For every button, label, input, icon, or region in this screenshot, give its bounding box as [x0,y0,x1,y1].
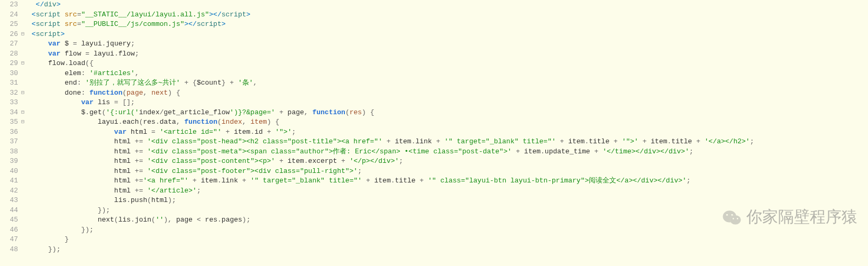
code-content[interactable]: html += '<div class="post-head"><h2 clas… [28,137,868,147]
line-number: 47 [0,235,21,245]
code-content[interactable]: }); [28,225,868,235]
code-content[interactable]: }); [28,206,868,216]
code-line[interactable]: 39 html += '<div class="post-content"><p… [0,157,868,167]
line-number: 42 [0,186,21,196]
code-line[interactable]: 24 <script src="__STATIC__/layui/layui.a… [0,10,868,20]
line-number: 31 [0,78,21,88]
code-content[interactable]: <script> [28,30,868,40]
code-content[interactable]: var flow = layui.flow; [28,49,868,59]
line-number: 23 [0,0,21,10]
code-content[interactable]: html += '</article>'; [28,186,868,196]
line-number: 34 [0,108,21,118]
code-line[interactable]: 32⊟ done: function(page, next) { [0,88,868,98]
code-line[interactable]: 43 lis.push(html); [0,196,868,206]
line-number: 38 [0,147,21,157]
line-number: 25 [0,20,21,30]
code-content[interactable]: end: '别拉了，就写了这么多~共计' + {$count} + '条', [28,78,868,88]
code-line[interactable]: 35⊟ layui.each(res.data, function(index,… [0,117,868,127]
code-content[interactable]: }); [28,245,868,255]
code-line[interactable]: 29⊟ flow.load({ [0,59,868,69]
fold-toggle [21,206,28,216]
fold-toggle[interactable]: ⊟ [21,59,28,69]
code-line[interactable]: 48 }); [0,245,868,255]
code-line[interactable]: 28 var flow = layui.flow; [0,49,868,59]
line-number: 40 [0,167,21,177]
code-content[interactable]: } [28,235,868,245]
code-content[interactable]: html += '<div class="post-content"><p>' … [28,157,868,167]
code-content[interactable]: next(lis.join(''), page < res.pages); [28,215,868,225]
code-line[interactable]: 33 var lis = []; [0,98,868,108]
code-line[interactable]: 31 end: '别拉了，就写了这么多~共计' + {$count} + '条'… [0,78,868,88]
code-content[interactable]: $.get('{:url('index/get_article_flow')}?… [28,108,868,118]
fold-toggle [21,39,28,49]
code-line[interactable]: 37 html += '<div class="post-head"><h2 c… [0,137,868,147]
fold-toggle [21,186,28,196]
fold-toggle[interactable]: ⊟ [21,88,28,98]
line-number: 28 [0,49,21,59]
fold-toggle [21,196,28,206]
fold-toggle[interactable]: ⊟ [21,117,28,127]
line-number: 30 [0,69,21,79]
fold-toggle [21,78,28,88]
code-content[interactable]: html += '<div class="post-meta"><span cl… [28,147,868,157]
code-content[interactable]: lis.push(html); [28,196,868,206]
line-number: 46 [0,225,21,235]
fold-toggle [21,20,28,30]
code-line[interactable]: 36 var html = '<article id="' + item.id … [0,127,868,137]
code-line[interactable]: 41 html +='<a href="' + item.link + '" t… [0,176,868,186]
code-line[interactable]: 45 next(lis.join(''), page < res.pages); [0,215,868,225]
code-content[interactable]: var $ = layui.jquery; [28,39,868,49]
code-content[interactable]: var html = '<article id="' + item.id + '… [28,127,868,137]
line-number: 29 [0,59,21,69]
line-number: 48 [0,245,21,255]
fold-toggle[interactable]: ⊟ [21,30,28,40]
code-line[interactable]: 30 elem: '#articles', [0,69,868,79]
fold-toggle [21,176,28,186]
code-line[interactable]: 47 } [0,235,868,245]
fold-toggle [21,69,28,79]
fold-toggle [21,98,28,108]
line-number: 35 [0,117,21,127]
code-content[interactable]: html += '<div class="post-footer"><div c… [28,167,868,177]
code-content[interactable]: html +='<a href="' + item.link + '" targ… [28,176,868,186]
fold-toggle [21,10,28,20]
fold-toggle [21,225,28,235]
code-content[interactable]: done: function(page, next) { [28,88,868,98]
code-line[interactable]: 23 </div> [0,0,868,10]
code-content[interactable]: </div> [28,0,868,10]
fold-toggle [21,0,28,10]
line-number: 39 [0,157,21,167]
code-line[interactable]: 25 <script src="__PUBLIC__/js/common.js"… [0,20,868,30]
code-content[interactable]: elem: '#articles', [28,69,868,79]
line-number: 44 [0,206,21,216]
line-number: 26 [0,30,21,40]
code-line[interactable]: 40 html += '<div class="post-footer"><di… [0,167,868,177]
code-line[interactable]: 27 var $ = layui.jquery; [0,39,868,49]
code-content[interactable]: <script src="__PUBLIC__/js/common.js"></… [28,20,868,30]
code-line[interactable]: 26⊟ <script> [0,30,868,40]
fold-toggle [21,49,28,59]
line-number: 45 [0,215,21,225]
fold-toggle [21,137,28,147]
code-content[interactable]: layui.each(res.data, function(index, ite… [28,117,868,127]
line-number: 43 [0,196,21,206]
code-line[interactable]: 34⊟ $.get('{:url('index/get_article_flow… [0,108,868,118]
code-line[interactable]: 44 }); [0,206,868,216]
code-line[interactable]: 42 html += '</article>'; [0,186,868,196]
line-number: 24 [0,10,21,20]
code-editor[interactable]: 23 </div>24 <script src="__STATIC__/layu… [0,0,868,254]
fold-toggle[interactable]: ⊟ [21,108,28,118]
code-line[interactable]: 46 }); [0,225,868,235]
fold-toggle [21,127,28,137]
fold-toggle [21,147,28,157]
line-number: 32 [0,88,21,98]
fold-toggle [21,215,28,225]
line-number: 36 [0,127,21,137]
fold-toggle [21,245,28,255]
code-line[interactable]: 38 html += '<div class="post-meta"><span… [0,147,868,157]
code-content[interactable]: <script src="__STATIC__/layui/layui.all.… [28,10,868,20]
code-content[interactable]: var lis = []; [28,98,868,108]
fold-toggle [21,167,28,177]
line-number: 41 [0,176,21,186]
code-content[interactable]: flow.load({ [28,59,868,69]
